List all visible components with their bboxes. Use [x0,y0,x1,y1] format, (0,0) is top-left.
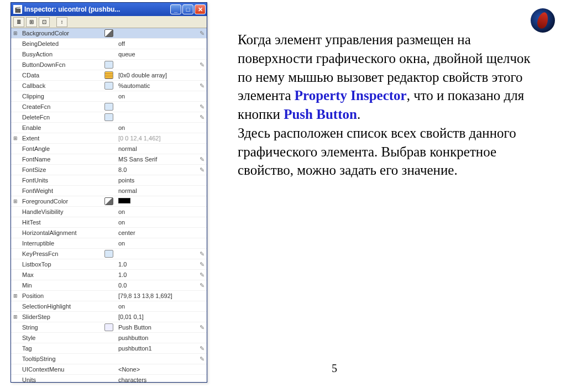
property-value[interactable]: on [115,240,197,247]
property-value[interactable]: on [115,124,197,131]
property-row[interactable]: FontSize8.0✎ [11,165,207,175]
property-row[interactable]: Stylepushbutton [11,333,207,343]
edit-icon[interactable]: ✎ [197,271,207,279]
property-row[interactable]: HandleVisibilityon [11,207,207,217]
property-row[interactable]: ButtonDownFcn✎ [11,60,207,70]
edit-icon[interactable]: ✎ [197,324,207,331]
minimize-button[interactable]: _ [170,4,181,14]
property-value[interactable]: pushbutton1 [115,345,197,352]
property-value[interactable]: center [115,229,197,236]
property-value[interactable]: 1.0 [115,271,197,278]
property-value[interactable]: 8.0 [115,166,197,173]
toolbar-button-2[interactable]: ⊞ [26,17,37,27]
property-row[interactable]: Unitscharacters [11,375,207,382]
swatch-icon[interactable] [104,197,113,205]
property-row[interactable]: SelectionHighlighton [11,301,207,312]
expand-toggle[interactable]: ⊞ [11,314,20,320]
property-row[interactable]: ⊞Position[79,8 13 13,8 1,692] [11,291,207,301]
property-row[interactable]: Interruptibleon [11,238,207,249]
edit-icon[interactable]: ✎ [197,30,207,37]
property-value[interactable]: on [115,93,197,100]
property-row[interactable]: Tagpushbutton1✎ [11,343,207,354]
property-value[interactable]: on [115,219,197,226]
edit-icon[interactable]: ✎ [197,82,207,90]
toolbar-button-1[interactable]: ≣ [13,17,24,27]
property-row[interactable]: FontNameMS Sans Serif✎ [11,154,207,165]
property-value[interactable]: on [115,208,197,215]
property-row[interactable]: DeleteFcn✎ [11,112,207,123]
property-value[interactable]: normal [115,187,197,194]
property-value[interactable]: <None> [115,366,197,373]
property-row[interactable]: HitTeston [11,217,207,228]
property-value[interactable]: [0,01 0,1] [115,313,197,320]
titlebar[interactable]: 🎬 Inspector: uicontrol (pushbu... _ □ ✕ [11,3,207,16]
property-value[interactable]: %automatic [115,82,197,89]
property-row[interactable]: ⊞Extent[0 0 12,4 1,462] [11,133,207,144]
link-icon[interactable] [104,82,113,90]
close-button[interactable]: ✕ [195,4,206,14]
property-value[interactable] [115,198,197,205]
link-icon[interactable] [104,250,113,258]
property-row[interactable]: CreateFcn✎ [11,102,207,112]
edit-icon[interactable]: ✎ [197,261,207,268]
property-name: Clipping [20,93,103,100]
edit-icon[interactable]: ✎ [197,356,207,363]
expand-toggle[interactable]: ⊞ [11,198,20,204]
maximize-button[interactable]: □ [182,4,193,14]
property-row[interactable]: ListboxTop1.0✎ [11,259,207,270]
edit-icon[interactable]: ✎ [197,166,207,174]
property-row[interactable]: FontAnglenormal [11,144,207,154]
property-row[interactable]: Callback%automatic✎ [11,81,207,91]
property-value[interactable]: [0 0 12,4 1,462] [115,135,197,142]
grid-icon[interactable] [104,71,113,79]
property-value[interactable]: 0.0 [115,282,197,289]
property-row[interactable]: FontWeightnormal [11,186,207,196]
edit-icon[interactable]: ✎ [197,156,207,163]
property-row[interactable]: Clippingon [11,91,207,102]
edit-icon[interactable]: ✎ [197,282,207,289]
property-row[interactable]: FontUnitspoints [11,175,207,186]
property-value[interactable]: [79,8 13 13,8 1,692] [115,292,197,299]
expand-toggle[interactable]: ⊞ [11,30,20,36]
property-value[interactable]: pushbutton [115,334,197,341]
property-row[interactable]: Max1.0✎ [11,270,207,280]
doc-icon[interactable] [104,323,113,331]
property-row[interactable]: Min0.0✎ [11,280,207,291]
property-row[interactable]: ⊞SliderStep[0,01 0,1] [11,312,207,322]
edit-icon[interactable]: ✎ [197,345,207,352]
property-value[interactable]: MS Sans Serif [115,156,197,163]
toolbar-button-4[interactable]: ↕ [56,17,67,27]
property-value[interactable]: 1.0 [115,261,197,268]
property-value[interactable]: off [115,40,197,47]
property-row[interactable]: BusyActionqueue [11,49,207,60]
link-icon[interactable] [104,61,113,69]
property-value[interactable]: on [115,303,197,310]
property-row[interactable]: Enableon [11,123,207,133]
property-row[interactable]: HorizontalAlignmentcenter [11,228,207,238]
property-row[interactable]: StringPush Button✎ [11,322,207,333]
property-row[interactable]: TooltipString✎ [11,354,207,364]
expand-toggle[interactable]: ⊞ [11,293,20,299]
property-row[interactable]: ⊞ForegroundColor [11,196,207,207]
edit-icon[interactable]: ✎ [197,114,207,121]
property-row[interactable]: KeyPressFcn✎ [11,249,207,259]
expand-toggle[interactable]: ⊞ [11,135,20,141]
link-icon[interactable] [104,103,113,111]
property-list[interactable]: ⊞BackgroundColor✎BeingDeletedoffBusyActi… [11,28,207,382]
property-value[interactable]: characters [115,377,197,382]
edit-icon[interactable]: ✎ [197,61,207,69]
property-value[interactable]: queue [115,51,197,58]
property-row[interactable]: CData[0x0 double array] [11,70,207,81]
toolbar-button-3[interactable]: ⊡ [39,17,50,27]
property-value[interactable]: Push Button [115,324,197,331]
property-value[interactable]: normal [115,145,197,152]
property-row[interactable]: BeingDeletedoff [11,39,207,49]
property-row[interactable]: ⊞BackgroundColor✎ [11,28,207,39]
edit-icon[interactable]: ✎ [197,250,207,258]
property-row[interactable]: UIContextMenu<None> [11,364,207,375]
property-value[interactable]: points [115,177,197,184]
link-icon[interactable] [104,113,113,121]
property-value[interactable]: [0x0 double array] [115,72,197,79]
edit-icon[interactable]: ✎ [197,103,207,111]
swatch-icon[interactable] [104,29,113,37]
